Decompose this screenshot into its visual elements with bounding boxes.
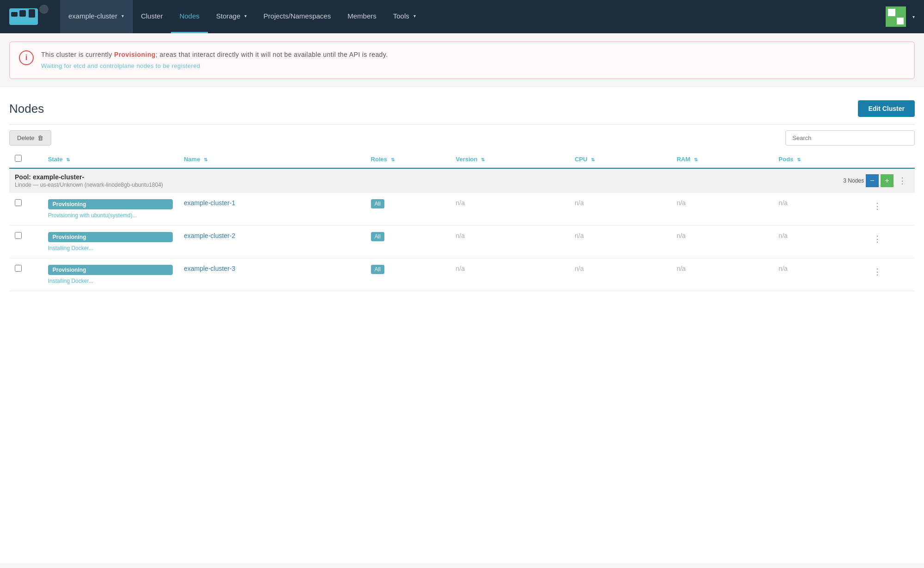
node2-pods-cell: n/a bbox=[773, 226, 865, 258]
node3-checkbox-cell[interactable] bbox=[9, 258, 43, 291]
node1-checkbox[interactable] bbox=[15, 199, 22, 206]
cpu-sort-icon: ⇅ bbox=[591, 157, 595, 162]
nav-projects[interactable]: Projects/Namespaces bbox=[255, 0, 339, 33]
nav-members[interactable]: Members bbox=[339, 0, 385, 33]
nav-tools[interactable]: Tools ▾ bbox=[385, 0, 424, 33]
node1-checkbox-cell[interactable] bbox=[9, 193, 43, 226]
pool-info-cell: Pool: example-cluster- Linode — us-east/… bbox=[9, 168, 773, 193]
edit-cluster-button[interactable]: Edit Cluster bbox=[858, 100, 915, 117]
node2-ram-cell: n/a bbox=[671, 226, 773, 258]
th-checkbox[interactable] bbox=[9, 150, 43, 168]
roles-sort-icon: ⇅ bbox=[391, 157, 395, 162]
table-row: Provisioning Provisioning with ubuntu(sy… bbox=[9, 193, 915, 226]
node3-state-container: Provisioning Installing Docker... bbox=[48, 265, 173, 284]
tools-chevron-icon: ▾ bbox=[413, 13, 416, 18]
alert-prefix: This cluster is currently bbox=[41, 51, 114, 58]
node2-ram: n/a bbox=[677, 232, 686, 239]
nodes-table: State ⇅ Name ⇅ Roles ⇅ Version ⇅ CPU ⇅ bbox=[9, 150, 915, 291]
node3-kebab-button[interactable]: ⋮ bbox=[870, 265, 884, 279]
node2-kebab-button[interactable]: ⋮ bbox=[870, 232, 884, 246]
node3-actions-cell[interactable]: ⋮ bbox=[865, 258, 915, 291]
th-roles[interactable]: Roles ⇅ bbox=[365, 150, 450, 168]
th-name[interactable]: Name ⇅ bbox=[178, 150, 365, 168]
th-version[interactable]: Version ⇅ bbox=[450, 150, 569, 168]
node2-link[interactable]: example-cluster-2 bbox=[184, 232, 235, 239]
page-title: Nodes bbox=[9, 102, 44, 116]
th-cpu[interactable]: CPU ⇅ bbox=[569, 150, 671, 168]
th-pods[interactable]: Pods ⇅ bbox=[773, 150, 865, 168]
node3-ram: n/a bbox=[677, 265, 686, 272]
node3-sub-text: Installing Docker... bbox=[48, 278, 173, 284]
nav-cluster[interactable]: Cluster bbox=[133, 0, 171, 33]
delete-button[interactable]: Delete 🗑 bbox=[9, 130, 51, 146]
alert-main-text: This cluster is currently Provisioning; … bbox=[41, 49, 388, 60]
pool-info: Pool: example-cluster- Linode — us-east/… bbox=[15, 173, 767, 188]
node2-actions-cell[interactable]: ⋮ bbox=[865, 226, 915, 258]
cluster-dropdown[interactable]: example-cluster ▾ bbox=[60, 0, 133, 33]
th-state[interactable]: State ⇅ bbox=[43, 150, 178, 168]
search-input[interactable] bbox=[785, 130, 915, 146]
svg-point-4 bbox=[39, 5, 49, 14]
node1-ram-cell: n/a bbox=[671, 193, 773, 226]
navbar-items: example-cluster ▾ Cluster Nodes Storage … bbox=[60, 0, 886, 33]
th-actions bbox=[865, 150, 915, 168]
node3-version: n/a bbox=[456, 265, 465, 272]
page-content: Nodes Edit Cluster Delete 🗑 State ⇅ Name bbox=[0, 87, 924, 563]
node1-state-badge: Provisioning bbox=[48, 199, 173, 209]
node2-cpu-cell: n/a bbox=[569, 226, 671, 258]
node3-ram-cell: n/a bbox=[671, 258, 773, 291]
node1-roles-cell: All bbox=[365, 193, 450, 226]
pool-count: 3 Nodes bbox=[843, 177, 864, 184]
navbar-end: ▾ bbox=[886, 6, 915, 27]
node3-link[interactable]: example-cluster-3 bbox=[184, 265, 235, 272]
node3-version-cell: n/a bbox=[450, 258, 569, 291]
node2-version-cell: n/a bbox=[450, 226, 569, 258]
th-ram[interactable]: RAM ⇅ bbox=[671, 150, 773, 168]
avatar-chevron-icon[interactable]: ▾ bbox=[912, 14, 915, 19]
toolbar: Delete 🗑 bbox=[9, 124, 915, 150]
avatar-cell-4 bbox=[897, 18, 904, 25]
node1-sub-text: Provisioning with ubuntu(systemd)... bbox=[48, 212, 173, 219]
ram-sort-icon: ⇅ bbox=[694, 157, 698, 162]
alert-text: This cluster is currently Provisioning; … bbox=[41, 49, 388, 71]
node3-name-cell[interactable]: example-cluster-3 bbox=[178, 258, 365, 291]
node1-roles-badge: All bbox=[371, 199, 384, 208]
navbar: example-cluster ▾ Cluster Nodes Storage … bbox=[0, 0, 924, 33]
cluster-chevron-icon: ▾ bbox=[122, 13, 124, 18]
node2-name-cell[interactable]: example-cluster-2 bbox=[178, 226, 365, 258]
pool-row: Pool: example-cluster- Linode — us-east/… bbox=[9, 168, 915, 193]
node1-ram: n/a bbox=[677, 199, 686, 207]
node2-sub-text: Installing Docker... bbox=[48, 245, 173, 251]
node2-state-badge: Provisioning bbox=[48, 232, 173, 242]
avatar-cell-3 bbox=[888, 18, 895, 25]
node2-roles-badge: All bbox=[371, 232, 384, 241]
nav-nodes[interactable]: Nodes bbox=[171, 0, 207, 33]
node1-name-cell[interactable]: example-cluster-1 bbox=[178, 193, 365, 226]
node2-roles-cell: All bbox=[365, 226, 450, 258]
alert-sub-text: Waiting for etcd and controlplane nodes … bbox=[41, 61, 388, 71]
node1-state-cell: Provisioning Provisioning with ubuntu(sy… bbox=[43, 193, 178, 226]
node1-link[interactable]: example-cluster-1 bbox=[184, 199, 235, 207]
node3-roles-cell: All bbox=[365, 258, 450, 291]
trash-icon: 🗑 bbox=[37, 134, 43, 141]
pool-sub: Linode — us-east/Unknown (newark-linode8… bbox=[15, 182, 767, 188]
node1-kebab-button[interactable]: ⋮ bbox=[870, 199, 884, 213]
node2-checkbox[interactable] bbox=[15, 232, 22, 239]
node1-state-container: Provisioning Provisioning with ubuntu(sy… bbox=[48, 199, 173, 219]
node3-cpu-cell: n/a bbox=[569, 258, 671, 291]
pool-minus-button[interactable]: − bbox=[866, 174, 879, 187]
node2-pods: n/a bbox=[778, 232, 787, 239]
svg-rect-3 bbox=[29, 9, 35, 18]
node2-checkbox-cell[interactable] bbox=[9, 226, 43, 258]
pool-kebab-button[interactable]: ⋮ bbox=[895, 174, 909, 188]
select-all-checkbox[interactable] bbox=[15, 155, 22, 162]
pool-plus-button[interactable]: + bbox=[881, 174, 894, 187]
storage-chevron-icon: ▾ bbox=[244, 13, 247, 18]
node3-checkbox[interactable] bbox=[15, 265, 22, 272]
nav-storage[interactable]: Storage ▾ bbox=[208, 0, 255, 33]
table-row: Provisioning Installing Docker... exampl… bbox=[9, 226, 915, 258]
pods-sort-icon: ⇅ bbox=[797, 157, 801, 162]
node1-actions-cell[interactable]: ⋮ bbox=[865, 193, 915, 226]
page-header: Nodes Edit Cluster bbox=[9, 92, 915, 124]
avatar[interactable] bbox=[886, 6, 906, 27]
